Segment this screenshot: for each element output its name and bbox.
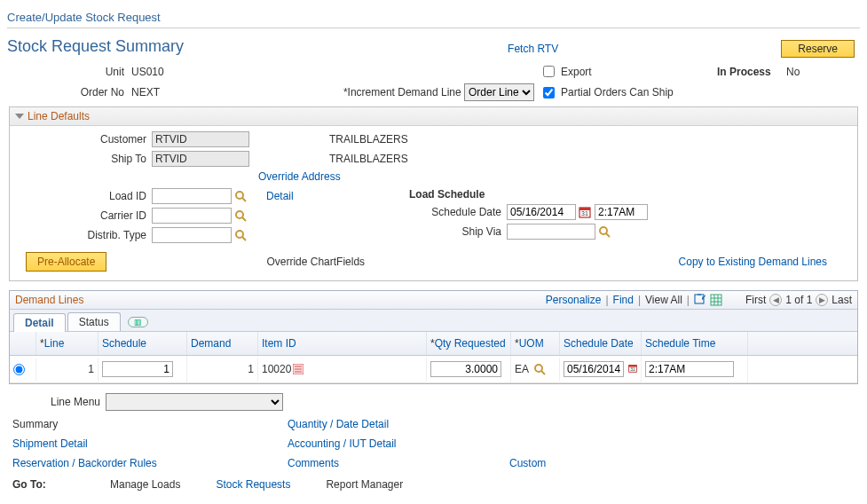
increment-label: *Increment Demand Line (343, 86, 461, 98)
svg-line-19 (541, 371, 545, 374)
manage-loads-text: Manage Loads (110, 478, 180, 491)
stock-requests-link[interactable]: Stock Requests (216, 478, 290, 491)
increment-select[interactable]: Order Line (464, 83, 534, 101)
shipment-detail-link[interactable]: Shipment Detail (12, 437, 288, 450)
prev-button[interactable]: ◀ (769, 294, 782, 306)
load-schedule-label: Load Schedule (409, 188, 485, 201)
detail-link[interactable]: Detail (266, 190, 294, 202)
fetch-rtv-link[interactable]: Fetch RTV (508, 43, 558, 55)
order-no-value: NEXT (131, 86, 309, 98)
row-qty-input[interactable] (430, 361, 501, 377)
col-line[interactable]: Line (40, 337, 64, 350)
row-demand: 1 (248, 363, 254, 375)
zoom-icon[interactable] (694, 294, 706, 306)
find-link[interactable]: Find (613, 294, 634, 306)
report-manager-text: Report Manager (326, 478, 403, 491)
shipto-input (152, 151, 249, 167)
col-qty[interactable]: Qty Requested (430, 337, 506, 350)
customer-label: Customer (19, 133, 152, 146)
lookup-icon[interactable] (234, 229, 247, 241)
carrier-input[interactable] (152, 208, 232, 224)
svg-line-10 (606, 233, 610, 237)
calendar-icon[interactable]: 31 (579, 206, 591, 218)
qty-date-detail-link[interactable]: Quantity / Date Detail (288, 418, 509, 430)
related-item-icon[interactable] (293, 364, 303, 374)
override-address-link[interactable]: Override Address (258, 170, 341, 183)
carrier-label: Carrier ID (19, 209, 152, 222)
lookup-icon[interactable] (234, 190, 247, 202)
order-no-label: Order No (7, 86, 131, 98)
partial-orders-checkbox[interactable] (543, 87, 555, 98)
col-schedule[interactable]: Schedule (102, 337, 146, 350)
row-line: 1 (88, 363, 94, 375)
next-button[interactable]: ▶ (816, 294, 828, 306)
svg-text:31: 31 (630, 366, 635, 372)
lookup-icon[interactable] (234, 209, 247, 222)
distrib-label: Distrib. Type (19, 229, 152, 241)
row-select-radio[interactable] (13, 364, 25, 375)
row-schedule-input[interactable] (102, 361, 173, 377)
calendar-icon[interactable]: 31 (628, 363, 637, 375)
tab-status[interactable]: Status (67, 312, 121, 331)
svg-line-3 (242, 217, 246, 221)
reserve-button[interactable]: Reserve (781, 40, 855, 58)
pre-allocate-button[interactable]: Pre-Allocate (26, 252, 106, 272)
collapse-icon (15, 114, 24, 119)
tab-detail[interactable]: Detail (13, 313, 66, 332)
schedule-date-label: Schedule Date (409, 206, 507, 218)
svg-point-18 (535, 365, 542, 372)
lookup-icon[interactable] (533, 363, 546, 375)
shipto-desc: TRAILBLAZERS (329, 153, 408, 165)
line-defaults-header[interactable]: Line Defaults (10, 107, 857, 126)
col-demand[interactable]: Demand (191, 337, 231, 350)
col-sched-time[interactable]: Schedule Time (645, 337, 715, 350)
partial-orders-label: Partial Orders Can Ship (561, 86, 674, 98)
line-menu-label: Line Menu (12, 396, 106, 408)
col-itemid[interactable]: Item ID (262, 337, 296, 350)
line-defaults-panel: Line Defaults Customer TRAILBLAZERS Ship… (9, 106, 858, 281)
svg-line-5 (242, 237, 246, 240)
svg-point-0 (236, 192, 243, 199)
demand-lines-grid: Demand Lines Personalize | Find | View A… (9, 290, 858, 384)
grid-title: Demand Lines (15, 294, 83, 306)
personalize-link[interactable]: Personalize (546, 294, 602, 306)
row-sched-time-input[interactable] (645, 361, 734, 377)
schedule-date-input[interactable] (507, 204, 576, 220)
col-sched-date[interactable]: Schedule Date (564, 337, 634, 350)
download-icon[interactable] (710, 294, 722, 306)
section-title: Stock Request Summary (7, 37, 184, 56)
copy-existing-link[interactable]: Copy to Existing Demand Lines (679, 256, 827, 268)
summary-text: Summary (12, 418, 288, 430)
show-all-columns-icon[interactable]: ▥ (128, 317, 148, 327)
unit-value: US010 (131, 66, 309, 78)
unit-label: Unit (7, 66, 131, 78)
page-title: Create/Update Stock Request (7, 11, 860, 24)
pager-label: 1 of 1 (785, 294, 812, 306)
export-checkbox[interactable] (543, 66, 555, 77)
svg-point-2 (236, 211, 243, 218)
reservation-backorder-link[interactable]: Reservation / Backorder Rules (12, 457, 288, 469)
first-label: First (745, 294, 766, 306)
row-sched-date-input[interactable] (564, 361, 624, 377)
comments-link[interactable]: Comments (288, 457, 509, 469)
last-label: Last (832, 294, 852, 306)
col-uom[interactable]: UOM (515, 337, 544, 350)
in-process-value: No (786, 66, 800, 78)
loadid-label: Load ID (19, 190, 152, 202)
loadid-input[interactable] (152, 188, 232, 204)
svg-point-9 (600, 227, 607, 234)
accounting-iut-link[interactable]: Accounting / IUT Detail (288, 437, 509, 450)
svg-rect-12 (711, 295, 721, 305)
line-menu-select[interactable] (106, 393, 283, 411)
distrib-input[interactable] (152, 227, 232, 243)
override-chartfields-label: Override ChartFields (266, 256, 365, 268)
lookup-icon[interactable] (598, 225, 611, 238)
customer-input (152, 131, 249, 147)
svg-text:31: 31 (581, 210, 588, 217)
shipvia-input[interactable] (507, 224, 595, 240)
schedule-time-input[interactable] (595, 204, 648, 220)
custom-link[interactable]: Custom (509, 457, 731, 469)
goto-label: Go To: (12, 478, 75, 491)
shipvia-label: Ship Via (409, 225, 507, 238)
export-label: Export (561, 66, 592, 78)
